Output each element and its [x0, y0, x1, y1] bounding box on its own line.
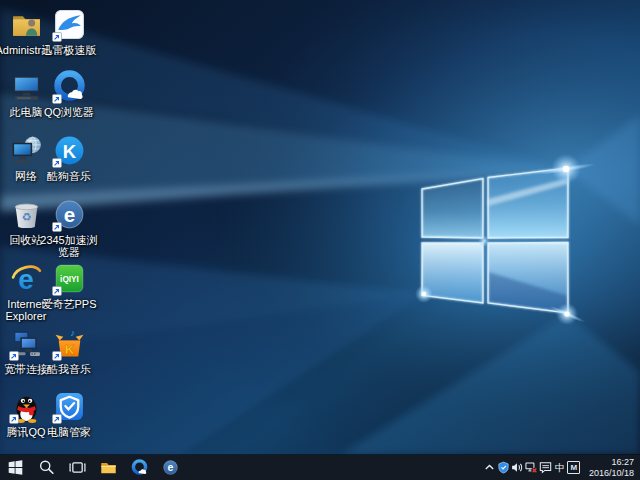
- internet-explorer-icon: e: [10, 262, 43, 295]
- desktop-icon-label-box: 迅雷极速版: [42, 44, 97, 56]
- ime-language-icon: 中: [553, 455, 567, 480]
- desktop-icon-label: 宽带连接: [4, 363, 48, 375]
- 2345-browser-icon: e: [162, 459, 179, 476]
- desktop-icon-label: 2345加速浏: [40, 234, 97, 246]
- shortcut-arrow-icon: [9, 351, 19, 361]
- svg-text:♪: ♪: [70, 328, 75, 338]
- tray-chevron-up[interactable]: [483, 455, 497, 480]
- 2345-browser-icon: e: [53, 198, 86, 231]
- desktop-icon-label-box: 腾讯QQ: [6, 426, 45, 438]
- svg-text:e: e: [168, 461, 174, 473]
- desktop-icon-label: 爱奇艺PPS: [42, 298, 97, 310]
- desktop-icon-kuwo-music[interactable]: K♪酷我音乐: [45, 327, 93, 375]
- taskbar-qq-browser-button[interactable]: [124, 455, 155, 480]
- clock-time: 16:27: [589, 457, 634, 468]
- desktop-icon-2345-browser[interactable]: e2345加速浏览器: [45, 198, 93, 258]
- svg-text:e: e: [63, 203, 74, 226]
- desktop-icon-pc-manager[interactable]: 电脑管家: [45, 390, 93, 438]
- desktop-icon-label: 迅雷极速版: [42, 44, 97, 56]
- desktop-icon-label-box: 2345加速浏览器: [40, 234, 97, 258]
- action-center-icon: [539, 461, 552, 474]
- desktop-icon-label-box: QQ浏览器: [44, 106, 94, 118]
- taskbar-tray: 中M 16:27 2016/10/18: [483, 455, 640, 480]
- desktop-icon-this-pc[interactable]: 此电脑: [2, 70, 50, 118]
- desktop-icon-label-box: 网络: [15, 170, 37, 182]
- desktop-icon-label: 酷我音乐: [47, 363, 91, 375]
- taskbar-2345-browser-button[interactable]: e: [155, 455, 186, 480]
- tray-pc-manager-shield[interactable]: [497, 455, 511, 480]
- taskbar-task-view-button[interactable]: [62, 455, 93, 480]
- taskbar-clock[interactable]: 16:27 2016/10/18: [581, 457, 640, 478]
- qq-browser-icon: [131, 459, 148, 476]
- desktop-icon-label: 览器: [40, 246, 97, 258]
- desktop-icon-label: 此电脑: [10, 106, 43, 118]
- tray-volume[interactable]: [511, 455, 525, 480]
- tray-icons: 中M: [483, 455, 581, 480]
- desktop-icon-label-box: 宽带连接: [4, 363, 48, 375]
- desktop-icon-label-box: 回收站: [10, 234, 43, 246]
- volume-icon: [511, 461, 524, 474]
- desktop-icon-broadband[interactable]: 宽带连接: [2, 327, 50, 375]
- desktop-icon-label-box: 酷我音乐: [47, 363, 91, 375]
- ime-mode-icon: M: [567, 461, 580, 474]
- iqiyi-pps-icon: iQIYI: [53, 262, 86, 295]
- desktop-icon-label-box: 酷狗音乐: [47, 170, 91, 182]
- shortcut-arrow-icon: [52, 414, 62, 424]
- pc-manager-shield-icon: [497, 461, 510, 474]
- tray-ime-mode[interactable]: M: [567, 455, 581, 480]
- task-view-icon: [69, 459, 86, 476]
- taskbar-buttons: e: [0, 455, 186, 480]
- pc-manager-icon: [53, 390, 86, 423]
- clock-date: 2016/10/18: [589, 468, 634, 479]
- taskbar-file-explorer-button[interactable]: [93, 455, 124, 480]
- taskbar: e 中M 16:27 2016/10/18: [0, 455, 640, 480]
- desktop-icon-network[interactable]: 网络: [2, 134, 50, 182]
- svg-text:♻: ♻: [21, 211, 31, 223]
- network-disconnected-icon: [525, 461, 538, 474]
- desktop-icon-tencent-qq[interactable]: 腾讯QQ: [2, 390, 50, 438]
- desktop-icon-label: 酷狗音乐: [47, 170, 91, 182]
- desktop-icon-label-box: 电脑管家: [47, 426, 91, 438]
- svg-text:K: K: [62, 141, 76, 162]
- shortcut-arrow-icon: [52, 32, 62, 42]
- desktop-icon-label-box: 此电脑: [10, 106, 43, 118]
- recycle-bin-icon: ♻: [10, 198, 43, 231]
- wallpaper-image: [0, 0, 640, 455]
- desktop-icon-label: 回收站: [10, 234, 43, 246]
- desktop-icon-kugou-music[interactable]: K酷狗音乐: [45, 134, 93, 182]
- desktop-icon-qq-browser[interactable]: QQ浏览器: [45, 70, 93, 118]
- desktop[interactable]: Administra...迅雷极速版此电脑QQ浏览器网络K酷狗音乐♻回收站e23…: [0, 0, 640, 480]
- desktop-icon-iqiyi-pps[interactable]: iQIYI爱奇艺PPS: [45, 262, 93, 310]
- administrator-folder-icon: [10, 8, 43, 41]
- file-explorer-icon: [100, 459, 117, 476]
- desktop-icon-label: 腾讯QQ: [6, 426, 45, 438]
- shortcut-arrow-icon: [52, 222, 62, 232]
- shortcut-arrow-icon: [9, 414, 19, 424]
- shortcut-arrow-icon: [52, 158, 62, 168]
- shortcut-arrow-icon: [52, 286, 62, 296]
- network-icon: [10, 134, 43, 167]
- desktop-icon-label: Internet: [6, 298, 47, 310]
- taskbar-start-button[interactable]: [0, 455, 31, 480]
- start-icon: [7, 459, 24, 476]
- shortcut-arrow-icon: [52, 94, 62, 104]
- desktop-icon-internet-explorer[interactable]: eInternetExplorer: [2, 262, 50, 322]
- qq-browser-icon: [53, 70, 86, 103]
- svg-text:K: K: [64, 342, 74, 357]
- desktop-icon-label: 电脑管家: [47, 426, 91, 438]
- desktop-icon-label: 网络: [15, 170, 37, 182]
- kugou-music-icon: K: [53, 134, 86, 167]
- thunder-icon: [53, 8, 86, 41]
- tray-network-disconnected[interactable]: [525, 455, 539, 480]
- search-icon: [38, 459, 55, 476]
- chevron-up-icon: [483, 461, 496, 474]
- tray-action-center[interactable]: [539, 455, 553, 480]
- desktop-icon-label: Explorer: [6, 310, 47, 322]
- tencent-qq-icon: [10, 390, 43, 423]
- taskbar-search-button[interactable]: [31, 455, 62, 480]
- kuwo-music-icon: K♪: [53, 327, 86, 360]
- tray-ime-language[interactable]: 中: [553, 455, 567, 480]
- desktop-icon-thunder[interactable]: 迅雷极速版: [45, 8, 93, 56]
- broadband-icon: [10, 327, 43, 360]
- desktop-icon-label: QQ浏览器: [44, 106, 94, 118]
